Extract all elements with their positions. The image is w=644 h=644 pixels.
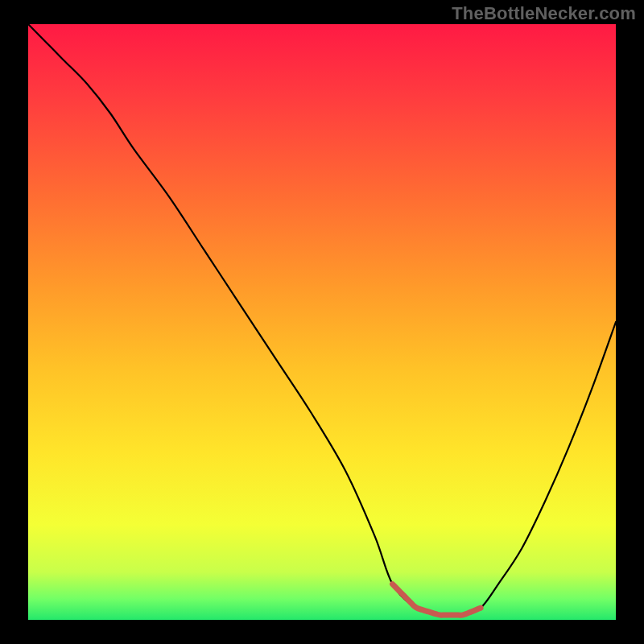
bottleneck-curve-chart [0,0,644,644]
gradient-background [28,24,616,620]
chart-frame: TheBottleNecker.com [0,0,644,644]
watermark-text: TheBottleNecker.com [452,3,636,24]
